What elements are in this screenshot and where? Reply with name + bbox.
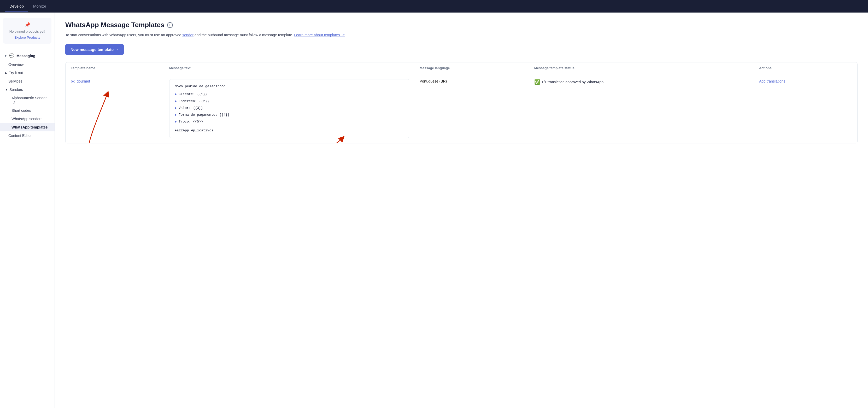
nav-tab-monitor[interactable]: Monitor	[29, 1, 51, 12]
language-cell: Portuguese (BR)	[414, 74, 529, 143]
msg-line-footer: FazzApp Aplicativos	[175, 128, 404, 133]
top-navigation: Develop Monitor	[0, 0, 868, 12]
template-name-link[interactable]: bk_gourmet	[71, 79, 90, 83]
col-template-name: Template name	[66, 62, 164, 74]
pinned-text: No pinned products yet!	[6, 29, 48, 34]
sidebar-item-try-it-out[interactable]: ▶ Try it out	[0, 69, 55, 77]
sidebar-item-content-editor[interactable]: Content Editor	[0, 131, 55, 140]
diamond-icon-4: ◆	[175, 113, 177, 117]
messaging-section: ▼ 💬 Messaging Overview ▶ Try it out Serv…	[0, 50, 55, 141]
sidebar-item-short-codes[interactable]: Short codes	[0, 106, 55, 115]
message-text-box: Novo pedido de geladinho: ◆ Cliente: {{1…	[169, 79, 409, 138]
table-row: bk_gourmet Novo pedido de geladinho: ◆ C…	[66, 74, 857, 143]
status-badge: ✅ 1/1 translation approved by WhatsApp	[534, 79, 603, 85]
msg-line-1: ◆ Cliente: {{1}}	[175, 91, 404, 97]
messaging-section-header[interactable]: ▼ 💬 Messaging	[0, 51, 55, 60]
table-header-row: Template name Message text Message langu…	[66, 62, 857, 74]
pinned-products-section: 📌 No pinned products yet! Explore Produc…	[3, 18, 52, 43]
new-message-template-button[interactable]: New message template →	[65, 44, 124, 55]
sidebar-divider	[0, 47, 55, 47]
main-content: WhatsApp Message Templates i To start co…	[55, 12, 868, 408]
sidebar-item-services[interactable]: Services	[0, 77, 55, 86]
msg-line-2: ◆ Endereço: {{2}}	[175, 98, 404, 104]
col-actions: Actions	[754, 62, 857, 74]
sidebar-item-senders[interactable]: ▼ Senders	[0, 86, 55, 94]
learn-more-link[interactable]: Learn more about templates. ↗	[294, 33, 345, 37]
template-name-cell: bk_gourmet	[66, 74, 164, 143]
message-text-cell: Novo pedido de geladinho: ◆ Cliente: {{1…	[164, 74, 414, 143]
try-it-out-label: Try it out	[9, 71, 23, 75]
description-text-after-link: and the outbound message must follow a m…	[194, 33, 294, 37]
diamond-icon-5: ◆	[175, 120, 177, 124]
explore-products-link[interactable]: Explore Products	[6, 35, 48, 39]
col-message-status: Message template status	[529, 62, 754, 74]
check-circle-icon: ✅	[534, 79, 540, 85]
msg-line-title: Novo pedido de geladinho:	[175, 84, 404, 89]
msg-line-5: ◆ Troco: {{5}}	[175, 119, 404, 125]
chevron-right-icon: ▶	[5, 71, 7, 74]
sidebar-item-whatsapp-templates[interactable]: WhatsApp templates	[0, 123, 55, 131]
senders-label: Senders	[9, 88, 23, 92]
add-translations-link[interactable]: Add translations	[759, 79, 785, 83]
page-description: To start conversations with WhatsApp use…	[65, 32, 858, 38]
col-message-text: Message text	[164, 62, 414, 74]
page-title-row: WhatsApp Message Templates i	[65, 21, 858, 29]
msg-line-4: ◆ Forma de pagamento: {{4}}	[175, 112, 404, 118]
templates-table-container: Template name Message text Message langu…	[65, 62, 858, 144]
status-cell: ✅ 1/1 translation approved by WhatsApp	[529, 74, 754, 143]
status-text: 1/1 translation approved by WhatsApp	[541, 80, 603, 84]
sender-link[interactable]: sender	[182, 33, 193, 37]
diamond-icon-2: ◆	[175, 99, 177, 103]
description-text-before-link: To start conversations with WhatsApp use…	[65, 33, 181, 37]
col-message-language: Message language	[414, 62, 529, 74]
sidebar-item-whatsapp-senders[interactable]: WhatsApp senders	[0, 115, 55, 123]
chevron-down-icon-senders: ▼	[5, 88, 8, 91]
sidebar-item-overview[interactable]: Overview	[0, 60, 55, 69]
sidebar: 📌 No pinned products yet! Explore Produc…	[0, 12, 55, 408]
new-template-label: New message template →	[70, 47, 119, 52]
diamond-icon-1: ◆	[175, 92, 177, 96]
msg-line-3: ◆ Valor: {{3}}	[175, 105, 404, 111]
messaging-label: Messaging	[17, 54, 35, 58]
messaging-icon: 💬	[9, 53, 14, 58]
sidebar-item-alphanumeric[interactable]: Alphanumeric Sender ID	[0, 94, 55, 106]
pin-icon: 📌	[6, 22, 48, 28]
diamond-icon-3: ◆	[175, 106, 177, 110]
nav-tabs: Develop Monitor	[5, 1, 51, 12]
actions-cell: Add translations	[754, 74, 857, 143]
templates-table: Template name Message text Message langu…	[66, 62, 857, 143]
nav-tab-develop[interactable]: Develop	[5, 1, 28, 12]
chevron-down-icon: ▼	[4, 54, 7, 58]
language-text: Portuguese (BR)	[420, 79, 447, 83]
page-title: WhatsApp Message Templates	[65, 21, 164, 29]
info-icon[interactable]: i	[167, 22, 173, 28]
